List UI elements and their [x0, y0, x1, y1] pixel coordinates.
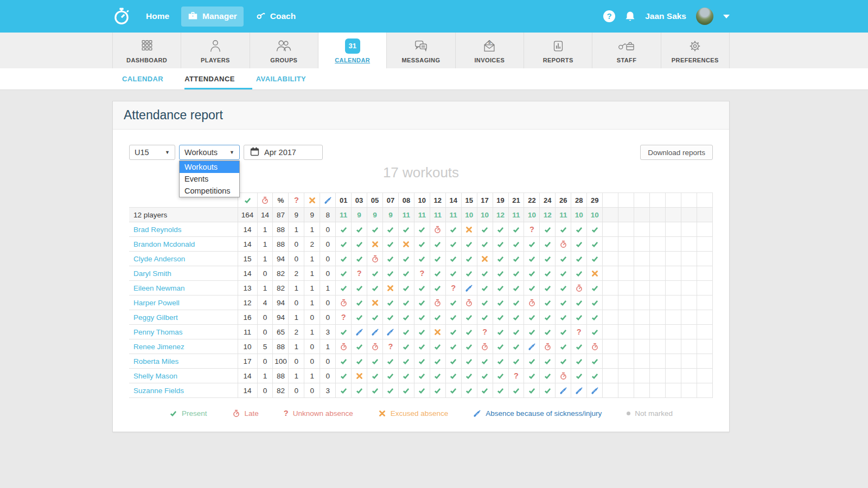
mark-present[interactable] [477, 222, 493, 237]
mark-present[interactable] [414, 369, 430, 383]
player-name-link[interactable]: Eileen Newman [133, 284, 185, 292]
mark-present[interactable] [352, 383, 367, 398]
player-name-link[interactable]: Renee Jimenez [133, 343, 184, 351]
mark-present[interactable] [493, 339, 508, 354]
mark-present[interactable] [367, 369, 383, 383]
mark-late[interactable] [540, 339, 556, 354]
mark-unknown-absence[interactable]: ? [383, 339, 399, 354]
mark-present[interactable] [477, 369, 493, 383]
mark-present[interactable] [524, 281, 540, 296]
nav-calendar[interactable]: 31 CALENDAR [318, 33, 386, 68]
mark-late[interactable] [556, 237, 571, 252]
mark-present[interactable] [461, 369, 477, 383]
player-name-link[interactable]: Brandon Mcdonald [133, 240, 195, 248]
mark-excused-absence[interactable] [461, 222, 477, 237]
mark-present[interactable] [414, 281, 430, 296]
mark-present[interactable] [508, 310, 524, 325]
mark-present[interactable] [336, 252, 352, 266]
mark-present[interactable] [571, 296, 587, 310]
mark-unknown-absence[interactable]: ? [336, 310, 352, 325]
mark-unknown-absence[interactable]: ? [352, 266, 367, 281]
mark-present[interactable] [587, 369, 603, 383]
mark-present[interactable] [336, 281, 352, 296]
player-name-link[interactable]: Peggy Gilbert [133, 313, 178, 322]
mark-late[interactable] [430, 222, 445, 237]
nav-preferences[interactable]: PREFERENCES [661, 33, 730, 68]
mark-sickness-absence[interactable] [571, 383, 587, 398]
mark-present[interactable] [477, 354, 493, 369]
mark-present[interactable] [508, 354, 524, 369]
subnav-calendar[interactable]: CALENDAR [122, 68, 163, 89]
mark-present[interactable] [383, 354, 399, 369]
user-name[interactable]: Jaan Saks [645, 11, 686, 21]
nav-invoices[interactable]: $ INVOICES [455, 33, 524, 68]
mark-present[interactable] [540, 383, 556, 398]
mark-present[interactable] [430, 281, 445, 296]
mark-present[interactable] [540, 222, 556, 237]
mark-present[interactable] [336, 222, 352, 237]
mark-sickness-absence[interactable] [367, 325, 383, 339]
player-name-link[interactable]: Suzanne Fields [133, 387, 184, 395]
mark-present[interactable] [336, 383, 352, 398]
player-name-link[interactable]: Shelly Mason [133, 372, 177, 380]
mark-excused-absence[interactable] [383, 281, 399, 296]
nav-dashboard[interactable]: DASHBOARD [112, 33, 181, 68]
dropdown-option[interactable]: Workouts [180, 161, 239, 173]
nav-reports[interactable]: REPORTS [524, 33, 592, 68]
mark-present[interactable] [383, 296, 399, 310]
mark-present[interactable] [367, 310, 383, 325]
mark-present[interactable] [383, 266, 399, 281]
nav-messaging[interactable]: MESSAGING [386, 33, 455, 68]
mark-present[interactable] [445, 237, 461, 252]
mark-present[interactable] [352, 339, 367, 354]
mark-present[interactable] [430, 339, 445, 354]
mark-present[interactable] [571, 369, 587, 383]
mark-present[interactable] [571, 354, 587, 369]
mark-present[interactable] [414, 354, 430, 369]
player-name-link[interactable]: Daryl Smith [133, 269, 171, 278]
mark-present[interactable] [445, 339, 461, 354]
mark-present[interactable] [398, 383, 414, 398]
mark-present[interactable] [587, 296, 603, 310]
mark-present[interactable] [587, 354, 603, 369]
mark-present[interactable] [477, 296, 493, 310]
mark-present[interactable] [571, 252, 587, 266]
mark-present[interactable] [524, 310, 540, 325]
mark-present[interactable] [414, 310, 430, 325]
player-name-link[interactable]: Brad Reynolds [133, 226, 182, 234]
mark-present[interactable] [414, 252, 430, 266]
mark-present[interactable] [508, 237, 524, 252]
dropdown-option[interactable]: Events [180, 173, 239, 185]
mark-present[interactable] [352, 281, 367, 296]
mark-present[interactable] [445, 310, 461, 325]
mark-present[interactable] [540, 266, 556, 281]
mark-present[interactable] [352, 237, 367, 252]
mark-present[interactable] [508, 222, 524, 237]
mark-unknown-absence[interactable]: ? [477, 325, 493, 339]
dropdown-option[interactable]: Competitions [180, 185, 239, 197]
mark-present[interactable] [352, 354, 367, 369]
mark-excused-absence[interactable] [367, 237, 383, 252]
mark-present[interactable] [524, 325, 540, 339]
mark-present[interactable] [540, 310, 556, 325]
type-select[interactable]: Workouts ▼ WorkoutsEventsCompetitions [179, 145, 240, 160]
mark-excused-absence[interactable] [352, 369, 367, 383]
mark-present[interactable] [336, 266, 352, 281]
mark-present[interactable] [540, 354, 556, 369]
help-icon[interactable]: ? [603, 10, 615, 22]
mark-present[interactable] [556, 222, 571, 237]
mark-present[interactable] [556, 325, 571, 339]
mark-present[interactable] [445, 252, 461, 266]
mark-present[interactable] [430, 383, 445, 398]
mark-sickness-absence[interactable] [524, 339, 540, 354]
mark-present[interactable] [336, 325, 352, 339]
mark-present[interactable] [461, 354, 477, 369]
mark-present[interactable] [540, 369, 556, 383]
mark-present[interactable] [383, 237, 399, 252]
mark-present[interactable] [367, 354, 383, 369]
mark-present[interactable] [508, 339, 524, 354]
mark-present[interactable] [383, 383, 399, 398]
mark-present[interactable] [445, 369, 461, 383]
mark-present[interactable] [493, 296, 508, 310]
mark-late[interactable] [571, 281, 587, 296]
